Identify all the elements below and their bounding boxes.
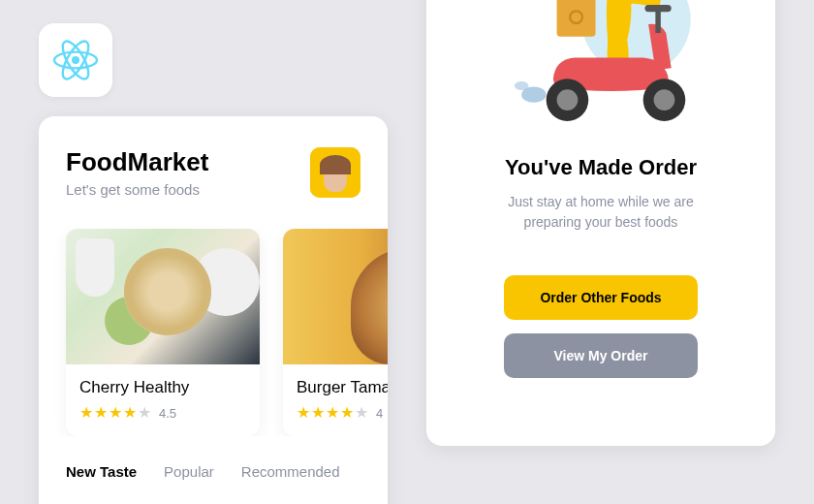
- star-icon: ★: [326, 405, 339, 421]
- star-icon: ★: [138, 405, 151, 421]
- profile-avatar[interactable]: [310, 147, 360, 198]
- order-success-subtitle: Just stay at home while we are preparing…: [508, 192, 693, 233]
- star-icon: ★: [355, 405, 368, 421]
- star-rating: ★ ★ ★ ★ ★: [297, 405, 368, 421]
- tab-popular[interactable]: Popular: [164, 463, 214, 489]
- subtitle-line: Just stay at home while we are: [508, 194, 693, 209]
- rating-value: 4.5: [159, 406, 176, 421]
- svg-rect-12: [644, 5, 671, 12]
- star-icon: ★: [94, 405, 108, 421]
- food-name: Burger Tamayo: [297, 378, 388, 397]
- food-name: Cherry Healthy: [79, 378, 246, 397]
- tab-recommended[interactable]: Recommended: [241, 463, 340, 489]
- star-icon: ★: [340, 405, 354, 421]
- food-image: [66, 229, 260, 364]
- react-icon: [52, 37, 99, 83]
- subtitle-line: preparing your best foods: [524, 214, 678, 230]
- home-header: FoodMarket Let's get some foods: [39, 116, 388, 221]
- svg-point-16: [654, 89, 675, 110]
- tab-new-taste[interactable]: New Taste: [66, 463, 137, 489]
- food-card[interactable]: Cherry Healthy ★ ★ ★ ★ ★ 4.5: [66, 229, 260, 436]
- food-card[interactable]: Burger Tamayo ★ ★ ★ ★ ★ 4: [283, 229, 388, 436]
- react-logo-badge: [39, 23, 112, 97]
- delivery-scooter-icon: [504, 0, 698, 140]
- svg-rect-11: [655, 9, 660, 33]
- order-other-foods-button[interactable]: Order Other Foods: [504, 275, 698, 320]
- food-card-body: Burger Tamayo ★ ★ ★ ★ ★ 4: [283, 364, 388, 436]
- header-text: FoodMarket Let's get some foods: [66, 147, 208, 198]
- star-icon: ★: [311, 405, 325, 421]
- app-title: FoodMarket: [66, 147, 208, 177]
- svg-point-18: [515, 81, 529, 90]
- view-my-order-button[interactable]: View My Order: [504, 333, 698, 378]
- svg-point-0: [72, 56, 79, 64]
- food-card-body: Cherry Healthy ★ ★ ★ ★ ★ 4.5: [66, 364, 260, 436]
- star-rating: ★ ★ ★ ★ ★: [79, 405, 151, 421]
- star-icon: ★: [79, 405, 93, 421]
- category-tabs: New Taste Popular Recommended: [39, 436, 388, 489]
- order-success-title: You've Made Order: [505, 155, 697, 180]
- app-subtitle: Let's get some foods: [66, 181, 208, 198]
- star-icon: ★: [123, 405, 137, 421]
- star-icon: ★: [109, 405, 122, 421]
- food-image: [283, 229, 388, 364]
- svg-rect-5: [557, 0, 596, 37]
- food-rating: ★ ★ ★ ★ ★ 4.5: [79, 405, 246, 421]
- home-screen: FoodMarket Let's get some foods Cherry H…: [39, 116, 388, 504]
- food-rating: ★ ★ ★ ★ ★ 4: [297, 405, 388, 421]
- food-cards-carousel[interactable]: Cherry Healthy ★ ★ ★ ★ ★ 4.5 Burger Tama…: [39, 229, 388, 436]
- order-success-screen: You've Made Order Just stay at home whil…: [426, 0, 775, 446]
- star-icon: ★: [297, 405, 310, 421]
- avatar-image: [310, 147, 360, 198]
- delivery-illustration: [504, 0, 698, 140]
- rating-value: 4: [376, 406, 383, 421]
- svg-point-14: [557, 89, 579, 110]
